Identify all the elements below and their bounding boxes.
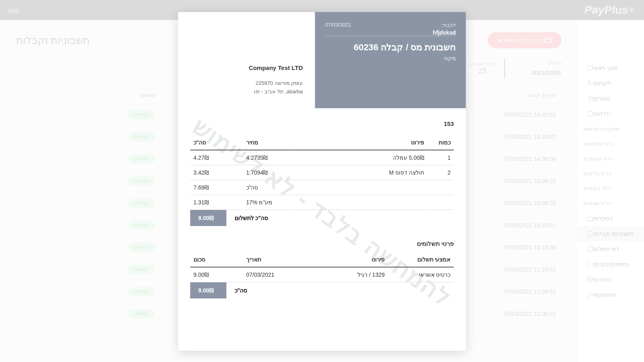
invoice-subtitle: מקור <box>325 55 456 62</box>
payments-total-label: סה"כ <box>227 282 256 298</box>
item-row: 15.00₪ עמלה4.2735₪4.27₪ <box>190 150 454 165</box>
col-pamount: סכום <box>190 252 243 267</box>
col-pdesc: פירוט <box>296 252 388 267</box>
grand-total-value: 9.00₪ <box>190 210 227 226</box>
payments-total-value: 9.00₪ <box>190 282 227 298</box>
cell-total: 4.27₪ <box>190 150 243 165</box>
item-row: 2חולצה דפוס M1.7094₪3.42₪ <box>190 165 454 180</box>
col-desc: פירוט <box>296 135 428 150</box>
cell-price: 1.7094₪ <box>243 165 296 180</box>
subtotal-value: 7.69₪ <box>190 180 243 195</box>
payments-table: אמצעי תשלום פירוט תאריך סכום כרטיס אשראי… <box>190 252 454 282</box>
company-name: Company Test LTD <box>190 64 303 71</box>
col-pdate: תאריך <box>243 252 296 267</box>
invoice-modal: Company Test LTD עוסק מורשה 225970 abarb… <box>178 12 466 351</box>
company-line2: abarba, תל אביב - יפו <box>190 88 303 96</box>
cell-pamount: 9.00₪ <box>190 267 243 282</box>
subtotal-label: סה"כ <box>243 180 296 195</box>
invoice-to-name: hfjdsksd <box>325 29 456 36</box>
invoice-title: חשבונית מס / קבלה 60236 <box>325 42 456 53</box>
doc-ref: 153 <box>190 120 454 127</box>
cell-qty: 1 <box>427 150 454 165</box>
col-price: מחיר <box>243 135 296 150</box>
payments-title: פרטי תשלומים <box>190 240 454 247</box>
col-method: אמצעי תשלום <box>388 252 454 267</box>
cell-desc: 5.00₪ עמלה <box>296 150 428 165</box>
col-total: סה"כ <box>190 135 243 150</box>
cell-pdesc: 1329 / רגיל <box>296 267 388 282</box>
vat-value: 1.31₪ <box>190 195 243 210</box>
vat-label: מע"מ 17% <box>243 195 296 210</box>
cell-qty: 2 <box>427 165 454 180</box>
invoice-date: 07/03/2021 <box>325 22 456 28</box>
grand-total-label: סה"כ לתשלום <box>227 210 277 226</box>
cell-method: כרטיס אשראי <box>388 267 454 282</box>
cell-total: 3.42₪ <box>190 165 243 180</box>
items-table: כמות פירוט מחיר סה"כ 15.00₪ עמלה4.2735₪4… <box>190 135 454 210</box>
cell-desc: חולצה דפוס M <box>296 165 428 180</box>
payment-row: כרטיס אשראי1329 / רגיל07/03/20219.00₪ <box>190 267 454 282</box>
company-line1: עוסק מורשה 225970 <box>190 79 303 88</box>
cell-price: 4.2735₪ <box>243 150 296 165</box>
cell-pdate: 07/03/2021 <box>243 267 296 282</box>
col-qty: כמות <box>427 135 454 150</box>
